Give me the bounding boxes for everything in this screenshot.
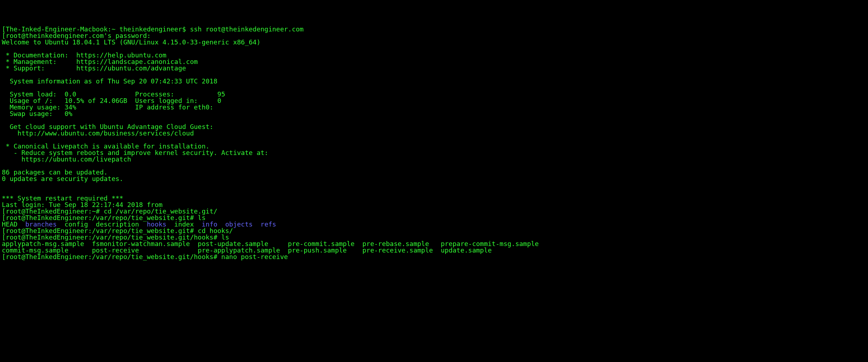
terminal-line: - Reduce system reboots and improve kern… [2, 150, 866, 156]
terminal-line [2, 182, 866, 189]
terminal-text: 0 updates are security updates. [2, 175, 123, 182]
terminal-text [253, 220, 261, 228]
terminal-line: Memory usage: 34% IP address for eth0: [2, 104, 866, 111]
terminal-text: Swap usage: 0% [2, 110, 72, 117]
terminal-text: https://ubuntu.com/livepatch [2, 155, 131, 163]
terminal-text: refs [260, 220, 276, 228]
terminal-text: [root@TheInkedEngineer:/var/repo/tie_web… [2, 253, 288, 260]
terminal-text: http://www.ubuntu.com/business/services/… [2, 129, 194, 137]
terminal-text: * Support: https://ubuntu.com/advantage [2, 64, 186, 72]
terminal-window[interactable]: [The-Inked-Engineer-Macbook:~ theinkeden… [0, 26, 868, 260]
terminal-line: 0 updates are security updates. [2, 176, 866, 182]
terminal-line: 86 packages can be updated. [2, 169, 866, 176]
terminal-line: * Support: https://ubuntu.com/advantage [2, 65, 866, 72]
terminal-line: http://www.ubuntu.com/business/services/… [2, 130, 866, 137]
terminal-line: Swap usage: 0% [2, 111, 866, 117]
terminal-text: Welcome to Ubuntu 18.04.1 LTS (GNU/Linux… [2, 38, 260, 46]
terminal-line: https://ubuntu.com/livepatch [2, 156, 866, 163]
terminal-line: System information as of Thu Sep 20 07:4… [2, 78, 866, 85]
terminal-line [2, 189, 866, 195]
terminal-line: Welcome to Ubuntu 18.04.1 LTS (GNU/Linux… [2, 39, 866, 46]
terminal-line: [root@TheInkedEngineer:/var/repo/tie_web… [2, 254, 866, 260]
terminal-text: System information as of Thu Sep 20 07:4… [2, 77, 217, 85]
terminal-line [2, 163, 866, 169]
